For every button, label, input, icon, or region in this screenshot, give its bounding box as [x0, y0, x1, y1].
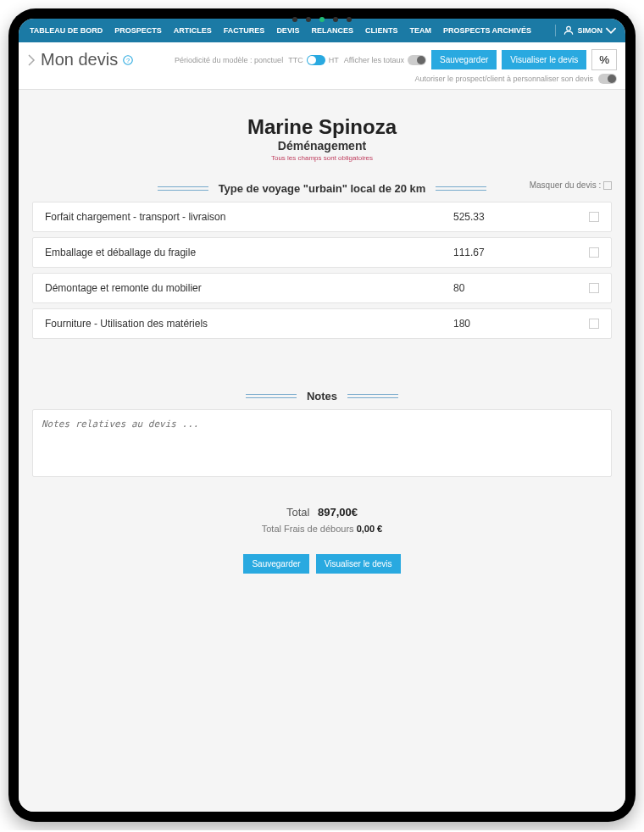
show-totals-toggle[interactable]: [408, 55, 426, 65]
ttc-label: TTC: [288, 56, 303, 64]
line-label: Démontage et remonte du mobilier: [45, 282, 453, 294]
view-quote-button-bottom[interactable]: Visualiser le devis: [316, 554, 401, 574]
section-title-row: Type de voyage "urbain" local de 20 km M…: [32, 182, 612, 195]
authorize-label: Autoriser le prospect/client à personnal…: [414, 75, 593, 83]
line-item: Démontage et remonte du mobilier: [32, 273, 612, 303]
line-item: Forfait chargement - transport - livrais…: [32, 202, 612, 232]
line-checkbox[interactable]: [589, 283, 599, 293]
line-item: Fourniture - Utilisation des matériels: [32, 308, 612, 339]
save-button[interactable]: Sauvegarder: [431, 50, 497, 69]
line-price-input[interactable]: [453, 318, 572, 330]
ht-label: HT: [329, 56, 339, 64]
chevron-right-icon: [27, 53, 36, 67]
line-checkbox[interactable]: [589, 319, 599, 329]
percent-button[interactable]: %: [591, 49, 617, 70]
nav-prospects-archives[interactable]: PROSPECTS ARCHIVÉS: [437, 26, 537, 35]
notes-textarea[interactable]: [32, 409, 612, 477]
totals: Total 897,00€ Total Frais de débours 0,0…: [32, 506, 612, 534]
help-icon[interactable]: ?: [123, 55, 133, 65]
title-decoration-left: [158, 186, 208, 191]
show-totals-label: Afficher les totaux: [344, 56, 404, 64]
client-subtitle: Déménagement: [32, 139, 612, 153]
line-label: Emballage et déballage du fragile: [45, 247, 453, 258]
nav-articles[interactable]: ARTICLES: [168, 26, 218, 35]
client-name: Marine Spinoza: [32, 115, 612, 139]
hide-from-quote-checkbox[interactable]: [603, 181, 612, 190]
line-checkbox[interactable]: [589, 247, 599, 258]
svg-point-0: [567, 26, 571, 31]
user-menu[interactable]: SIMON: [559, 25, 620, 36]
client-header: Marine Spinoza Déménagement Tous les cha…: [32, 115, 612, 162]
nav-team[interactable]: TEAM: [403, 26, 437, 35]
title-decoration-left: [246, 394, 297, 398]
line-price-input[interactable]: [453, 282, 572, 294]
line-price-input[interactable]: [453, 211, 572, 223]
user-name-label: SIMON: [577, 26, 602, 35]
view-quote-button[interactable]: Visualiser le devis: [502, 50, 586, 69]
required-note: Tous les champs sont obligatoires: [32, 154, 612, 162]
nav-divider: [555, 25, 556, 36]
nav-relances[interactable]: RELANCES: [305, 26, 359, 35]
bottom-buttons: Sauvegarder Visualiser le devis: [32, 554, 612, 574]
user-icon: [563, 25, 575, 36]
hide-from-quote-label: Masquer du devis :: [530, 180, 602, 190]
nav-devis[interactable]: DEVIS: [270, 26, 305, 35]
title-decoration-right: [436, 186, 486, 191]
fees-label: Total Frais de débours: [262, 524, 354, 534]
content: Marine Spinoza Déménagement Tous les cha…: [19, 90, 625, 812]
total-label: Total: [286, 506, 309, 519]
hide-from-quote[interactable]: Masquer du devis :: [530, 180, 612, 190]
line-label: Fourniture - Utilisation des matériels: [45, 318, 453, 330]
title-decoration-right: [347, 394, 398, 398]
svg-text:?: ?: [126, 57, 130, 64]
top-nav: TABLEAU DE BORD PROSPECTS ARTICLES FACTU…: [19, 19, 625, 42]
ttc-ht-toggle[interactable]: [307, 55, 325, 65]
notes-title: Notes: [307, 390, 337, 402]
total-value: 897,00€: [318, 506, 358, 519]
section-title: Type de voyage "urbain" local de 20 km: [219, 182, 426, 195]
camera-bar: [292, 17, 352, 22]
nav-prospects[interactable]: PROSPECTS: [108, 26, 168, 35]
line-label: Forfait chargement - transport - livrais…: [45, 211, 453, 223]
line-price-input[interactable]: [453, 247, 572, 258]
authorize-toggle[interactable]: [598, 74, 617, 84]
nav-factures[interactable]: FACTURES: [218, 26, 271, 35]
fees-value: 0,00 €: [357, 524, 383, 534]
notes-title-row: Notes: [32, 390, 612, 402]
chevron-down-icon: [605, 26, 617, 35]
page-title-label: Mon devis: [41, 50, 118, 69]
nav-clients[interactable]: CLIENTS: [359, 26, 404, 35]
screen: TABLEAU DE BORD PROSPECTS ARTICLES FACTU…: [19, 19, 625, 812]
percent-icon: %: [599, 53, 609, 66]
secondary-bar: Mon devis ? Périodicité du modèle : ponc…: [19, 42, 625, 90]
save-button-bottom[interactable]: Sauvegarder: [243, 554, 308, 574]
tablet-frame: TABLEAU DE BORD PROSPECTS ARTICLES FACTU…: [8, 8, 636, 822]
periodicity-label: Périodicité du modèle : ponctuel: [175, 56, 283, 64]
page-title: Mon devis ?: [27, 50, 133, 69]
line-item: Emballage et déballage du fragile: [32, 237, 612, 268]
line-checkbox[interactable]: [589, 212, 599, 222]
nav-tableau-de-bord[interactable]: TABLEAU DE BORD: [24, 26, 108, 35]
